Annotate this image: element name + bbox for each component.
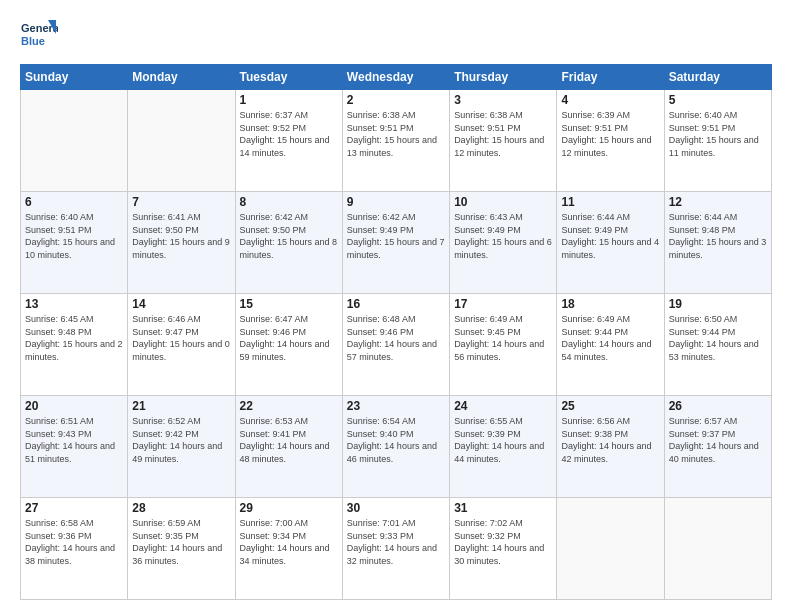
- day-number: 24: [454, 399, 552, 413]
- logo: General Blue: [20, 16, 58, 54]
- day-number: 14: [132, 297, 230, 311]
- header-tuesday: Tuesday: [235, 65, 342, 90]
- day-cell: 26Sunrise: 6:57 AM Sunset: 9:37 PM Dayli…: [664, 396, 771, 498]
- day-cell: 3Sunrise: 6:38 AM Sunset: 9:51 PM Daylig…: [450, 90, 557, 192]
- day-cell: 30Sunrise: 7:01 AM Sunset: 9:33 PM Dayli…: [342, 498, 449, 600]
- day-info: Sunrise: 6:52 AM Sunset: 9:42 PM Dayligh…: [132, 415, 230, 465]
- day-number: 7: [132, 195, 230, 209]
- day-number: 6: [25, 195, 123, 209]
- day-info: Sunrise: 6:58 AM Sunset: 9:36 PM Dayligh…: [25, 517, 123, 567]
- day-info: Sunrise: 6:48 AM Sunset: 9:46 PM Dayligh…: [347, 313, 445, 363]
- day-number: 26: [669, 399, 767, 413]
- day-cell: 19Sunrise: 6:50 AM Sunset: 9:44 PM Dayli…: [664, 294, 771, 396]
- day-info: Sunrise: 6:42 AM Sunset: 9:49 PM Dayligh…: [347, 211, 445, 261]
- day-number: 10: [454, 195, 552, 209]
- week-row-2: 6Sunrise: 6:40 AM Sunset: 9:51 PM Daylig…: [21, 192, 772, 294]
- day-info: Sunrise: 6:41 AM Sunset: 9:50 PM Dayligh…: [132, 211, 230, 261]
- day-info: Sunrise: 6:38 AM Sunset: 9:51 PM Dayligh…: [347, 109, 445, 159]
- header-thursday: Thursday: [450, 65, 557, 90]
- day-info: Sunrise: 6:55 AM Sunset: 9:39 PM Dayligh…: [454, 415, 552, 465]
- header: General Blue: [20, 16, 772, 54]
- day-number: 19: [669, 297, 767, 311]
- day-number: 30: [347, 501, 445, 515]
- day-cell: 27Sunrise: 6:58 AM Sunset: 9:36 PM Dayli…: [21, 498, 128, 600]
- day-cell: [21, 90, 128, 192]
- day-cell: [557, 498, 664, 600]
- day-number: 23: [347, 399, 445, 413]
- day-cell: 12Sunrise: 6:44 AM Sunset: 9:48 PM Dayli…: [664, 192, 771, 294]
- day-info: Sunrise: 6:57 AM Sunset: 9:37 PM Dayligh…: [669, 415, 767, 465]
- day-number: 27: [25, 501, 123, 515]
- day-cell: 23Sunrise: 6:54 AM Sunset: 9:40 PM Dayli…: [342, 396, 449, 498]
- day-info: Sunrise: 6:56 AM Sunset: 9:38 PM Dayligh…: [561, 415, 659, 465]
- day-cell: 11Sunrise: 6:44 AM Sunset: 9:49 PM Dayli…: [557, 192, 664, 294]
- day-cell: 31Sunrise: 7:02 AM Sunset: 9:32 PM Dayli…: [450, 498, 557, 600]
- day-cell: [664, 498, 771, 600]
- week-row-3: 13Sunrise: 6:45 AM Sunset: 9:48 PM Dayli…: [21, 294, 772, 396]
- day-number: 3: [454, 93, 552, 107]
- day-number: 20: [25, 399, 123, 413]
- day-number: 11: [561, 195, 659, 209]
- day-number: 8: [240, 195, 338, 209]
- day-info: Sunrise: 7:00 AM Sunset: 9:34 PM Dayligh…: [240, 517, 338, 567]
- day-number: 29: [240, 501, 338, 515]
- day-cell: 8Sunrise: 6:42 AM Sunset: 9:50 PM Daylig…: [235, 192, 342, 294]
- day-number: 16: [347, 297, 445, 311]
- header-friday: Friday: [557, 65, 664, 90]
- day-number: 17: [454, 297, 552, 311]
- day-cell: 21Sunrise: 6:52 AM Sunset: 9:42 PM Dayli…: [128, 396, 235, 498]
- day-info: Sunrise: 6:44 AM Sunset: 9:49 PM Dayligh…: [561, 211, 659, 261]
- day-cell: 20Sunrise: 6:51 AM Sunset: 9:43 PM Dayli…: [21, 396, 128, 498]
- day-cell: 9Sunrise: 6:42 AM Sunset: 9:49 PM Daylig…: [342, 192, 449, 294]
- day-info: Sunrise: 6:40 AM Sunset: 9:51 PM Dayligh…: [25, 211, 123, 261]
- day-number: 21: [132, 399, 230, 413]
- day-number: 15: [240, 297, 338, 311]
- day-info: Sunrise: 6:59 AM Sunset: 9:35 PM Dayligh…: [132, 517, 230, 567]
- calendar-table: Sunday Monday Tuesday Wednesday Thursday…: [20, 64, 772, 600]
- day-cell: 5Sunrise: 6:40 AM Sunset: 9:51 PM Daylig…: [664, 90, 771, 192]
- day-info: Sunrise: 6:47 AM Sunset: 9:46 PM Dayligh…: [240, 313, 338, 363]
- day-number: 25: [561, 399, 659, 413]
- week-row-1: 1Sunrise: 6:37 AM Sunset: 9:52 PM Daylig…: [21, 90, 772, 192]
- day-info: Sunrise: 6:39 AM Sunset: 9:51 PM Dayligh…: [561, 109, 659, 159]
- week-row-5: 27Sunrise: 6:58 AM Sunset: 9:36 PM Dayli…: [21, 498, 772, 600]
- weekday-header-row: Sunday Monday Tuesday Wednesday Thursday…: [21, 65, 772, 90]
- day-info: Sunrise: 6:40 AM Sunset: 9:51 PM Dayligh…: [669, 109, 767, 159]
- day-number: 12: [669, 195, 767, 209]
- day-number: 18: [561, 297, 659, 311]
- day-cell: 6Sunrise: 6:40 AM Sunset: 9:51 PM Daylig…: [21, 192, 128, 294]
- day-info: Sunrise: 6:45 AM Sunset: 9:48 PM Dayligh…: [25, 313, 123, 363]
- day-info: Sunrise: 6:43 AM Sunset: 9:49 PM Dayligh…: [454, 211, 552, 261]
- day-number: 28: [132, 501, 230, 515]
- logo-svg-icon: General Blue: [20, 16, 58, 54]
- day-cell: 22Sunrise: 6:53 AM Sunset: 9:41 PM Dayli…: [235, 396, 342, 498]
- day-cell: 4Sunrise: 6:39 AM Sunset: 9:51 PM Daylig…: [557, 90, 664, 192]
- day-info: Sunrise: 6:50 AM Sunset: 9:44 PM Dayligh…: [669, 313, 767, 363]
- day-cell: 2Sunrise: 6:38 AM Sunset: 9:51 PM Daylig…: [342, 90, 449, 192]
- week-row-4: 20Sunrise: 6:51 AM Sunset: 9:43 PM Dayli…: [21, 396, 772, 498]
- header-monday: Monday: [128, 65, 235, 90]
- day-cell: 17Sunrise: 6:49 AM Sunset: 9:45 PM Dayli…: [450, 294, 557, 396]
- day-cell: 13Sunrise: 6:45 AM Sunset: 9:48 PM Dayli…: [21, 294, 128, 396]
- day-info: Sunrise: 7:02 AM Sunset: 9:32 PM Dayligh…: [454, 517, 552, 567]
- header-sunday: Sunday: [21, 65, 128, 90]
- day-cell: 29Sunrise: 7:00 AM Sunset: 9:34 PM Dayli…: [235, 498, 342, 600]
- day-cell: 14Sunrise: 6:46 AM Sunset: 9:47 PM Dayli…: [128, 294, 235, 396]
- day-cell: 7Sunrise: 6:41 AM Sunset: 9:50 PM Daylig…: [128, 192, 235, 294]
- page: General Blue Sunday Monday Tuesday Wedne…: [0, 0, 792, 612]
- day-info: Sunrise: 6:42 AM Sunset: 9:50 PM Dayligh…: [240, 211, 338, 261]
- day-cell: [128, 90, 235, 192]
- day-info: Sunrise: 6:44 AM Sunset: 9:48 PM Dayligh…: [669, 211, 767, 261]
- day-number: 1: [240, 93, 338, 107]
- day-number: 9: [347, 195, 445, 209]
- day-info: Sunrise: 6:53 AM Sunset: 9:41 PM Dayligh…: [240, 415, 338, 465]
- day-info: Sunrise: 6:49 AM Sunset: 9:44 PM Dayligh…: [561, 313, 659, 363]
- day-number: 5: [669, 93, 767, 107]
- day-cell: 28Sunrise: 6:59 AM Sunset: 9:35 PM Dayli…: [128, 498, 235, 600]
- day-cell: 10Sunrise: 6:43 AM Sunset: 9:49 PM Dayli…: [450, 192, 557, 294]
- day-info: Sunrise: 6:51 AM Sunset: 9:43 PM Dayligh…: [25, 415, 123, 465]
- day-cell: 25Sunrise: 6:56 AM Sunset: 9:38 PM Dayli…: [557, 396, 664, 498]
- day-cell: 24Sunrise: 6:55 AM Sunset: 9:39 PM Dayli…: [450, 396, 557, 498]
- day-info: Sunrise: 6:38 AM Sunset: 9:51 PM Dayligh…: [454, 109, 552, 159]
- day-cell: 15Sunrise: 6:47 AM Sunset: 9:46 PM Dayli…: [235, 294, 342, 396]
